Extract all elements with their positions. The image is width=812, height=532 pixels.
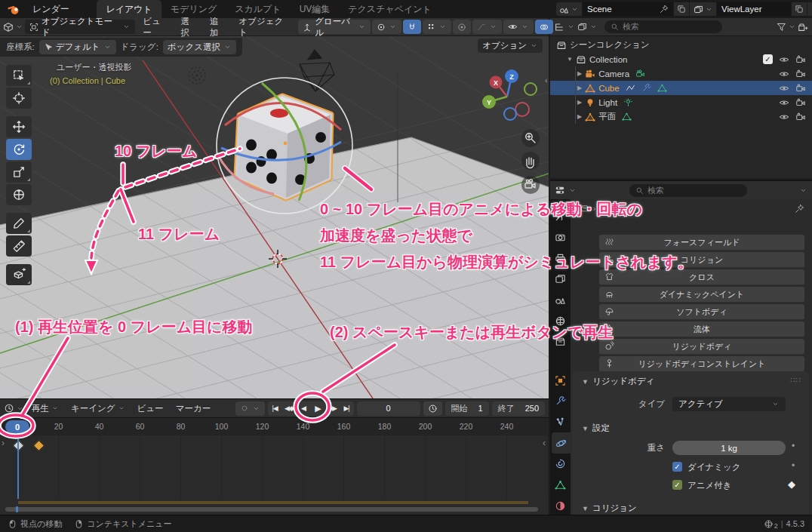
new-collection-button[interactable] [798, 22, 808, 32]
physics-rigid-body-button[interactable]: リジッドボディ [599, 339, 804, 355]
playhead[interactable] [17, 432, 19, 499]
scene-selector[interactable]: Scene [556, 2, 705, 16]
blender-logo-icon[interactable] [8, 3, 20, 16]
outliner-row-平面[interactable]: ▶平面 [550, 109, 812, 124]
remove-viewlayer-button[interactable] [807, 2, 812, 16]
properties-tab-physics[interactable] [552, 432, 571, 454]
collision-panel-header[interactable]: ▼コリジョン [582, 503, 637, 514]
viewport-menu-追加[interactable]: 追加 [204, 16, 232, 38]
animated-keyframe-diamond[interactable]: ◆ [788, 478, 795, 490]
timeline-editor-type-button[interactable] [4, 403, 14, 414]
timeline-menu-再生[interactable]: 再生 [26, 403, 65, 414]
expander-icon[interactable]: ▶ [577, 70, 582, 77]
timeline-menu-キーイング[interactable]: キーイング [65, 403, 131, 414]
properties-tab-output[interactable] [550, 248, 571, 269]
pin-icon[interactable] [660, 5, 669, 14]
play-button[interactable]: ▶ [311, 401, 325, 416]
tool-rotate-button[interactable] [6, 139, 32, 160]
current-frame-indicator[interactable]: 0 [5, 420, 29, 433]
expander-icon[interactable]: ▶ [577, 99, 582, 106]
copy-scene-button[interactable] [674, 2, 689, 16]
animated-checkbox[interactable]: ✓ [672, 480, 682, 490]
tool-cursor-3d-button[interactable] [6, 88, 32, 109]
falloff-dropdown[interactable] [472, 20, 502, 34]
tool-add-cube-button[interactable] [6, 264, 32, 285]
properties-tab-material[interactable] [550, 495, 571, 516]
outliner-editor-type-button[interactable] [554, 22, 564, 32]
jump-to-end-button[interactable]: ▶| [340, 401, 354, 416]
physics-fluid-button[interactable]: 流体 [599, 321, 804, 337]
use-preview-range-toggle[interactable] [423, 401, 442, 416]
dynamic-animate-dot[interactable]: • [792, 460, 795, 471]
frame-start-field[interactable]: 開始1 [445, 401, 489, 416]
mass-slider[interactable]: 1 kg [672, 441, 786, 455]
properties-tab-object[interactable] [550, 370, 571, 391]
overlays-toggle[interactable] [535, 20, 553, 34]
sidebar-toggle-icon[interactable]: ‹ [545, 75, 548, 85]
properties-tab-scene[interactable] [550, 290, 571, 311]
sidebar-expand-icon[interactable]: ‹ [543, 438, 546, 448]
display-mode-dropdown[interactable] [577, 22, 587, 32]
panel-drag-dots[interactable]: ∷∷ [790, 376, 801, 384]
properties-options-dropdown[interactable] [799, 186, 807, 195]
physics-rigid-body-constraint-button[interactable]: リジッドボディコンストレイント [599, 356, 804, 372]
dynamic-checkbox[interactable]: ✓ [672, 462, 682, 472]
properties-tab-view-layer[interactable] [550, 269, 571, 290]
next-keyframe-button[interactable]: ◆▶ [325, 401, 340, 416]
properties-search-input[interactable]: 検索 [629, 184, 747, 197]
timeline-menu-ビュー[interactable]: ビュー [131, 403, 170, 414]
editor-type-button[interactable] [3, 22, 14, 32]
channel-expand-icon[interactable]: › [2, 438, 5, 448]
expander-icon[interactable]: ▶ [577, 113, 582, 120]
expander-icon[interactable]: ▶ [577, 85, 582, 91]
properties-tab-constraints[interactable] [550, 454, 571, 475]
physics-dynamic-paint-button[interactable]: ダイナミックペイント [599, 287, 804, 303]
physics-soft-body-button[interactable]: ソフトボディ [599, 304, 804, 320]
keyframe-frame-10[interactable] [33, 440, 45, 452]
properties-tab-collection[interactable] [550, 331, 571, 352]
viewport-menu-ビュー[interactable]: ビュー [137, 16, 174, 38]
viewport-menu-オブジェクト[interactable]: オブジェクト [232, 16, 297, 38]
physics-force-field-button[interactable]: フォースフィールド [599, 235, 804, 251]
frame-end-field[interactable]: 終了250 [492, 401, 545, 416]
properties-pin-icon[interactable] [795, 204, 804, 214]
collection-checkbox[interactable]: ✓ [763, 54, 773, 64]
physics-collision-button[interactable]: コリジョン [599, 252, 804, 268]
viewport-menu-選択[interactable]: 選択 [174, 16, 203, 38]
tool-move-button[interactable] [6, 116, 32, 137]
outliner-row-Collection[interactable]: ▼Collection✓ [550, 52, 812, 66]
pivot-dropdown[interactable] [372, 20, 401, 34]
snap-settings-dropdown[interactable] [423, 20, 451, 34]
play-reverse-button[interactable]: ◀ [297, 401, 311, 416]
pan-hand-button[interactable] [521, 152, 540, 170]
drag-dropdown[interactable]: ボックス選択 [163, 40, 236, 54]
3d-viewport[interactable]: Z X Y [0, 18, 549, 398]
autokey-toggle[interactable] [235, 401, 265, 416]
timeline-menu-マーカー[interactable]: マーカー [170, 403, 217, 414]
settings-subpanel-header[interactable]: ▼設定 [582, 423, 610, 434]
properties-tab-world[interactable] [550, 310, 571, 331]
expander-icon[interactable]: ▼ [567, 56, 573, 63]
tool-measure-button[interactable] [6, 235, 32, 257]
viewlayer-selector[interactable]: ViewLayer [691, 2, 812, 16]
outliner-row-Light[interactable]: ▶Light [550, 95, 812, 109]
properties-tab-tool[interactable] [550, 206, 571, 227]
current-frame-field[interactable]: 0 [357, 401, 420, 416]
copy-viewlayer-button[interactable] [792, 2, 807, 16]
tool-transform-button[interactable] [6, 184, 32, 205]
rigid-body-panel-header[interactable]: ▼リジッドボディ [582, 376, 654, 387]
tool-annotate-button[interactable] [6, 213, 32, 234]
timeline-ruler[interactable]: 0 20406080100120140160180200220240 [0, 417, 549, 435]
zoom-button[interactable] [521, 129, 540, 147]
properties-tab-modifiers[interactable] [550, 391, 571, 412]
outliner-row-シーンコレクション[interactable]: シーンコレクション [550, 38, 812, 52]
outliner-search-input[interactable]: 検索 [604, 20, 722, 33]
gizmo-dropdown[interactable] [503, 20, 534, 34]
mass-animate-dot[interactable]: • [792, 441, 795, 451]
outliner-row-Camera[interactable]: ▶Camera [550, 66, 812, 81]
mode-dropdown[interactable]: オブジェクトモード [25, 20, 135, 34]
properties-editor-type-button[interactable] [555, 185, 565, 195]
options-dropdown[interactable]: オプション [478, 38, 543, 53]
physics-cloth-button[interactable]: クロス [599, 269, 804, 285]
proportional-edit-toggle[interactable] [453, 20, 471, 34]
